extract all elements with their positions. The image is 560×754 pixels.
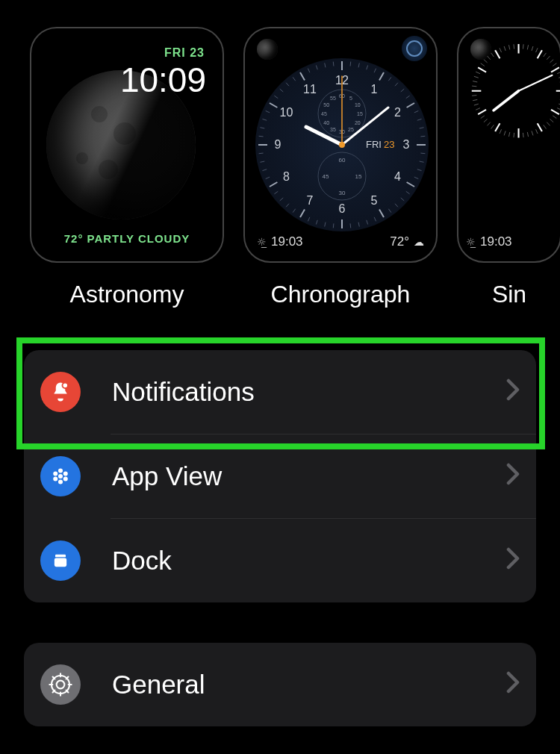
svg-text:25: 25	[348, 127, 354, 132]
svg-line-144	[478, 67, 486, 72]
svg-line-29	[350, 223, 351, 228]
svg-line-129	[495, 123, 500, 131]
svg-line-136	[474, 104, 479, 105]
svg-line-135	[476, 108, 480, 110]
svg-text:55: 55	[330, 96, 336, 101]
svg-text:50: 50	[323, 102, 329, 108]
svg-line-41	[266, 177, 270, 178]
row-dock[interactable]: Dock	[24, 519, 536, 602]
svg-line-154	[494, 91, 518, 110]
svg-text:15: 15	[357, 111, 363, 116]
svg-line-97	[532, 46, 533, 51]
svg-line-19	[414, 177, 418, 178]
svg-line-127	[504, 131, 505, 135]
gear-icon	[40, 664, 81, 705]
svg-line-115	[553, 116, 556, 119]
svg-line-7	[395, 83, 398, 86]
svg-line-143	[476, 72, 480, 74]
face-card-astronomy[interactable]: FRI 23 10:09 72° PARTLY CLOUDY	[30, 27, 224, 263]
svg-text:45: 45	[321, 111, 327, 116]
svg-line-105	[557, 72, 560, 74]
svg-line-12	[417, 119, 422, 120]
svg-line-120	[536, 129, 538, 134]
svg-point-163	[58, 480, 63, 485]
chevron-right-icon	[506, 463, 520, 490]
svg-line-22	[401, 198, 404, 201]
svg-point-161	[53, 477, 57, 482]
sunset-time: 19:03	[480, 234, 512, 249]
svg-line-13	[420, 128, 424, 128]
svg-line-148	[491, 53, 494, 57]
svg-line-101	[547, 56, 550, 60]
svg-line-20	[407, 182, 414, 187]
svg-line-44	[259, 153, 264, 154]
svg-point-157	[58, 469, 63, 473]
svg-line-1	[350, 62, 351, 66]
svg-line-54	[293, 77, 296, 81]
svg-line-36	[293, 209, 296, 213]
watch-faces-row: FRI 23 10:09 72° PARTLY CLOUDY Astronomy…	[0, 0, 560, 308]
face-item-simple: ☼̲ 19:03 Sin	[457, 27, 560, 308]
svg-line-56	[308, 69, 309, 72]
svg-line-24	[388, 209, 391, 213]
svg-line-57	[316, 65, 317, 69]
svg-line-142	[474, 76, 479, 78]
svg-line-50	[270, 103, 277, 108]
svg-line-14	[420, 136, 425, 137]
svg-line-137	[473, 99, 477, 100]
row-notifications[interactable]: Notifications	[24, 350, 536, 434]
chevron-right-icon	[506, 547, 520, 575]
temp-value: 72°	[390, 234, 409, 249]
svg-text:40: 40	[323, 120, 329, 125]
sunset-icon: ☼̲	[466, 236, 476, 248]
svg-line-98	[536, 48, 538, 52]
svg-line-49	[266, 110, 270, 112]
svg-line-103	[553, 63, 556, 66]
sunset-complication: ☼̲ 19:03	[466, 234, 512, 249]
svg-line-116	[550, 119, 554, 122]
svg-line-132	[484, 119, 488, 122]
chronograph-day: FRI	[366, 139, 382, 150]
chronograph-bottom: ☼̲ 19:03 72° ☁	[257, 234, 424, 249]
svg-line-43	[260, 161, 264, 162]
svg-line-104	[551, 67, 559, 72]
svg-line-39	[274, 191, 278, 194]
svg-text:60: 60	[339, 157, 346, 163]
sunset-time: 19:03	[271, 234, 303, 249]
svg-line-119	[538, 123, 542, 131]
svg-line-123	[523, 133, 523, 137]
svg-point-166	[57, 681, 65, 689]
svg-line-96	[527, 45, 528, 49]
settings-group-2: General	[24, 643, 536, 726]
svg-line-26	[374, 217, 376, 221]
svg-line-58	[325, 63, 326, 67]
svg-line-114	[551, 110, 559, 114]
face-card-chronograph[interactable]: 121234567891011 60510152025303540455055 …	[243, 27, 438, 263]
svg-line-128	[500, 129, 502, 134]
row-general[interactable]: General	[24, 643, 536, 726]
svg-rect-165	[55, 558, 66, 567]
sunset-icon: ☼̲	[257, 236, 267, 248]
svg-line-100	[544, 53, 547, 57]
svg-line-5	[379, 72, 384, 80]
svg-line-126	[508, 132, 509, 137]
chevron-right-icon	[506, 378, 520, 406]
svg-line-23	[395, 204, 398, 207]
svg-line-140	[472, 86, 476, 87]
svg-line-138	[472, 96, 476, 96]
face-label-simple: Sin	[492, 281, 526, 308]
svg-line-113	[557, 108, 560, 110]
svg-line-153	[514, 44, 514, 49]
svg-point-160	[58, 474, 63, 479]
svg-point-159	[63, 472, 68, 476]
svg-line-48	[262, 119, 267, 120]
svg-text:45: 45	[323, 173, 329, 180]
svg-line-28	[358, 222, 359, 227]
cloud-icon: ☁	[414, 236, 424, 248]
face-card-simple[interactable]: ☼̲ 19:03	[457, 27, 560, 263]
row-app-view[interactable]: App View	[24, 434, 536, 518]
svg-line-40	[270, 182, 277, 187]
svg-line-145	[481, 63, 485, 66]
svg-line-125	[514, 133, 514, 137]
svg-text:9: 9	[275, 138, 281, 151]
